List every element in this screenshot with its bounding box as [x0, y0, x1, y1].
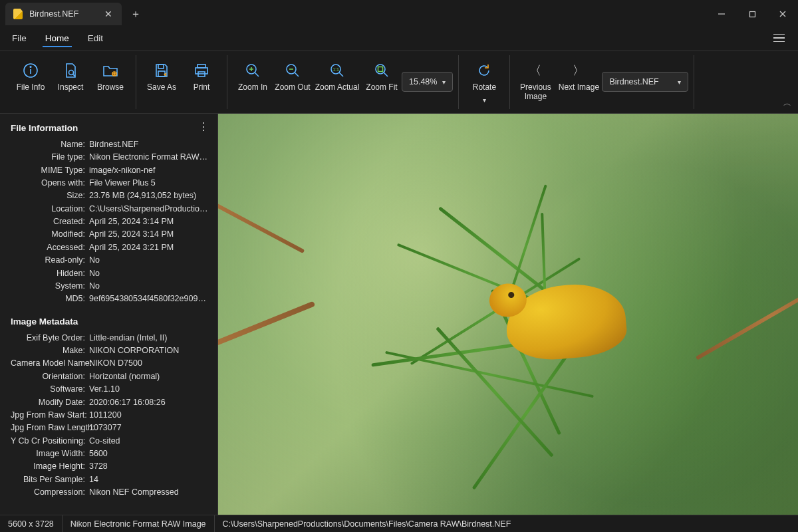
chevron-left-icon: 〈	[527, 62, 544, 79]
previous-image-button[interactable]: 〈 Previous Image	[515, 57, 555, 106]
browse-button[interactable]: Browse	[90, 57, 130, 96]
save-icon	[153, 62, 170, 79]
zoom-fit-button[interactable]: Zoom Fit	[362, 57, 402, 96]
nest-illustration	[370, 234, 623, 487]
inspect-button[interactable]: Inspect	[51, 57, 90, 96]
image-viewport[interactable]	[218, 114, 798, 515]
svg-line-16	[255, 72, 259, 76]
menu-file[interactable]: File	[9, 29, 29, 47]
file-selector-dropdown[interactable]: Birdnest.NEF ▾	[602, 72, 688, 92]
maximize-button[interactable]	[737, 3, 767, 25]
status-path: C:\Users\SharpenedProductions\Documents\…	[215, 515, 519, 532]
chevron-right-icon: 〉	[570, 62, 587, 79]
ribbon-toolbar: File Info Inspect Browse Save As Print Z…	[0, 51, 798, 114]
save-as-button[interactable]: Save As	[142, 57, 182, 96]
window-controls	[706, 3, 798, 25]
status-bar: 5600 x 3728 Nikon Electronic Format RAW …	[0, 515, 798, 532]
svg-point-7	[69, 70, 74, 75]
zoom-level-dropdown[interactable]: 15.48% ▾	[402, 72, 453, 92]
info-icon	[22, 62, 39, 79]
close-window-button[interactable]	[767, 3, 798, 25]
section-title-file-info: File Information	[11, 123, 208, 133]
zoom-level-value: 15.48%	[409, 77, 437, 86]
svg-point-25	[376, 65, 385, 74]
chevron-down-icon: ▾	[483, 96, 486, 104]
zoom-actual-button[interactable]: 1:1 Zoom Actual	[313, 57, 362, 96]
inspect-icon	[62, 62, 79, 79]
tab-title: Birdnest.NEF	[29, 9, 78, 19]
print-icon	[193, 62, 210, 79]
main-area: ⋮ File Information Name:Birdnest.NEF Fil…	[0, 114, 798, 515]
minimize-button[interactable]	[706, 3, 737, 25]
zoom-fit-icon	[373, 62, 390, 79]
rotate-icon	[475, 62, 493, 79]
status-format: Nikon Electronic Format RAW Image	[63, 515, 215, 532]
zoom-in-icon	[244, 62, 261, 79]
menu-bar: File Home Edit	[0, 25, 798, 51]
rotate-button[interactable]: Rotate ▾	[464, 57, 504, 108]
zoom-out-button[interactable]: Zoom Out	[273, 57, 313, 96]
folder-icon	[102, 62, 119, 79]
chevron-down-icon: ▾	[442, 78, 446, 86]
svg-rect-10	[158, 65, 164, 68]
menu-home[interactable]: Home	[43, 29, 72, 47]
svg-rect-11	[158, 71, 165, 76]
zoom-out-icon	[284, 62, 301, 79]
menu-edit[interactable]: Edit	[85, 29, 106, 47]
svg-point-6	[30, 66, 31, 68]
svg-rect-13	[196, 68, 207, 74]
photo-content	[218, 114, 798, 515]
panel-scroll[interactable]: File Information Name:Birdnest.NEF File …	[0, 114, 212, 515]
hamburger-menu-icon[interactable]	[769, 28, 789, 48]
tab-close-button[interactable]: ✕	[102, 9, 115, 19]
svg-line-26	[384, 72, 388, 76]
next-image-button[interactable]: 〉 Next Image	[555, 57, 602, 96]
file-info-button[interactable]: File Info	[11, 57, 51, 96]
svg-text:1:1: 1:1	[332, 67, 339, 72]
section-title-image-metadata: Image Metadata	[11, 317, 208, 327]
file-selector-value: Birdnest.NEF	[609, 77, 658, 86]
svg-rect-27	[378, 67, 383, 72]
zoom-actual-icon: 1:1	[329, 62, 346, 79]
new-tab-button[interactable]: ＋	[126, 3, 146, 25]
svg-line-20	[295, 72, 299, 76]
document-tab[interactable]: Birdnest.NEF ✕	[5, 3, 122, 25]
svg-line-23	[339, 72, 343, 76]
status-dimensions: 5600 x 3728	[0, 515, 63, 532]
properties-panel: ⋮ File Information Name:Birdnest.NEF Fil…	[0, 114, 218, 515]
chevron-down-icon: ▾	[678, 78, 681, 86]
zoom-in-button[interactable]: Zoom In	[233, 57, 273, 96]
print-button[interactable]: Print	[182, 57, 221, 96]
title-bar: Birdnest.NEF ✕ ＋	[0, 0, 798, 25]
document-icon	[13, 9, 23, 19]
svg-rect-1	[749, 11, 755, 17]
collapse-ribbon-button[interactable]: ︿	[783, 98, 791, 109]
